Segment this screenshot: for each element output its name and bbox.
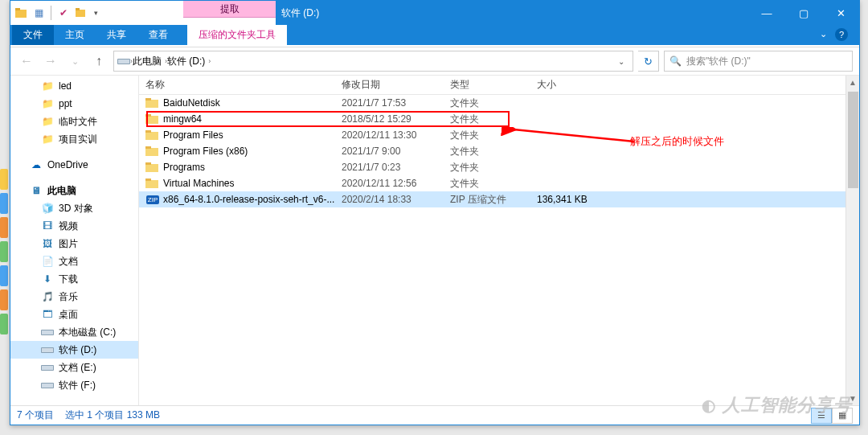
scroll-thumb[interactable] bbox=[848, 92, 858, 188]
folder-icon: 📁 bbox=[41, 133, 54, 146]
folder-icon bbox=[145, 145, 158, 158]
watermark: ◐ 人工智能分享号 bbox=[702, 393, 852, 417]
window-title: 软件 (D:) bbox=[281, 1, 319, 25]
tree-item[interactable]: 软件 (F:) bbox=[10, 376, 138, 394]
qat-newfolder-icon[interactable] bbox=[74, 6, 88, 20]
svg-rect-17 bbox=[145, 114, 151, 117]
col-type[interactable]: 类型 bbox=[444, 76, 530, 94]
nav-back-button[interactable]: ← bbox=[17, 51, 36, 71]
minimize-button[interactable]: — bbox=[748, 1, 785, 25]
svg-rect-3 bbox=[76, 8, 80, 10]
images-icon: 🖼 bbox=[41, 237, 54, 250]
address-dropdown-icon[interactable]: ⌄ bbox=[613, 57, 629, 66]
ribbon-collapse-icon[interactable]: ⌄ bbox=[820, 29, 827, 39]
folder-icon bbox=[145, 177, 158, 190]
tree-item[interactable]: 软件 (D:) bbox=[10, 341, 138, 359]
svg-rect-25 bbox=[145, 179, 151, 181]
search-input[interactable]: 🔍 搜索"软件 (D:)" bbox=[664, 51, 853, 72]
breadcrumb-bar[interactable]: › 此电脑› 软件 (D:)› ⌄ bbox=[113, 51, 633, 72]
col-name[interactable]: 名称 bbox=[139, 76, 335, 94]
maximize-button[interactable]: ▢ bbox=[785, 1, 822, 25]
wechat-icon: ◐ bbox=[702, 396, 716, 415]
column-headers[interactable]: 名称 修改日期 类型 大小 bbox=[139, 76, 845, 95]
onedrive-icon: ☁ bbox=[30, 158, 43, 171]
svg-rect-16 bbox=[145, 116, 158, 124]
contextual-tab-extract[interactable]: 提取 bbox=[183, 1, 276, 18]
file-row[interactable]: Program Files (x86)2021/1/7 9:00文件夹 bbox=[139, 143, 845, 159]
nav-tree[interactable]: 📁led 📁ppt 📁临时文件 📁项目实训 ☁OneDrive 🖥此电脑 🧊3D… bbox=[10, 76, 139, 405]
zip-icon: ZIP bbox=[145, 193, 158, 206]
drive-icon bbox=[41, 361, 54, 374]
svg-rect-15 bbox=[145, 98, 151, 101]
status-count: 7 个项目 bbox=[17, 408, 54, 422]
quick-access-toolbar: ▦ ✔ ▾ bbox=[10, 1, 100, 25]
svg-rect-5 bbox=[118, 60, 129, 64]
folder-icon bbox=[145, 161, 158, 174]
qat-checked-icon[interactable]: ✔ bbox=[56, 6, 71, 20]
search-placeholder: 搜索"软件 (D:)" bbox=[686, 55, 751, 68]
search-icon: 🔍 bbox=[669, 55, 682, 67]
3d-icon: 🧊 bbox=[41, 202, 54, 215]
svg-rect-14 bbox=[145, 100, 158, 108]
ribbon-tab-compressed-tools[interactable]: 压缩的文件夹工具 bbox=[187, 25, 287, 45]
file-row[interactable]: Programs2021/1/7 0:23文件夹 bbox=[139, 159, 845, 175]
ribbon-tab-share[interactable]: 共享 bbox=[96, 25, 137, 45]
crumb-pc[interactable]: 此电脑 bbox=[133, 55, 162, 68]
nav-up-button[interactable]: ↑ bbox=[89, 51, 108, 71]
qat-properties-icon[interactable]: ▦ bbox=[31, 6, 46, 20]
folder-icon bbox=[145, 96, 158, 109]
explorer-window: ▦ ✔ ▾ 提取 软件 (D:) — ▢ ✕ 文件 主页 共享 查看 压缩的文件… bbox=[10, 0, 860, 425]
tree-quick-ppt[interactable]: 📁ppt bbox=[10, 95, 138, 113]
svg-rect-20 bbox=[145, 148, 158, 156]
help-icon[interactable]: ? bbox=[835, 28, 848, 41]
ribbon-tab-view[interactable]: 查看 bbox=[137, 25, 179, 45]
refresh-button[interactable]: ↻ bbox=[638, 51, 659, 72]
svg-rect-11 bbox=[42, 366, 53, 370]
svg-rect-19 bbox=[145, 130, 151, 133]
ribbon-tab-home[interactable]: 主页 bbox=[54, 25, 96, 45]
tree-item[interactable]: 🗔桌面 bbox=[10, 306, 138, 323]
crumb-drive[interactable]: 软件 (D:) bbox=[167, 55, 205, 68]
drive-icon bbox=[117, 55, 130, 68]
music-icon: 🎵 bbox=[41, 290, 54, 303]
tree-quick-led[interactable]: 📁led bbox=[10, 77, 138, 95]
svg-rect-21 bbox=[145, 146, 151, 149]
file-row[interactable]: ZIPx86_64-8.1.0-release-posix-seh-rt_v6-… bbox=[139, 191, 845, 207]
ribbon-file-tab[interactable]: 文件 bbox=[12, 25, 54, 45]
file-row[interactable]: Program Files2020/12/11 13:30文件夹 bbox=[139, 127, 845, 143]
drive-icon bbox=[41, 379, 54, 392]
qat-customize-dropdown[interactable]: ▾ bbox=[92, 7, 100, 18]
nav-history-dropdown[interactable]: ⌄ bbox=[65, 51, 84, 71]
this-pc-icon: 🖥 bbox=[30, 184, 43, 197]
tree-item[interactable]: 文档 (E:) bbox=[10, 359, 138, 376]
drive-icon bbox=[41, 343, 54, 356]
tree-item[interactable]: 🎞视频 bbox=[10, 217, 138, 235]
tree-item[interactable]: 🧊3D 对象 bbox=[10, 199, 138, 217]
tree-item[interactable]: 🎵音乐 bbox=[10, 288, 138, 306]
vertical-scrollbar[interactable]: ▲ ▼ bbox=[845, 76, 859, 405]
close-button[interactable]: ✕ bbox=[822, 1, 859, 25]
tree-item[interactable]: ⬇下载 bbox=[10, 270, 138, 288]
tree-item[interactable]: 🖼图片 bbox=[10, 235, 138, 252]
svg-rect-9 bbox=[42, 348, 53, 352]
tree-quick-proj[interactable]: 📁项目实训 bbox=[10, 130, 138, 148]
tree-onedrive[interactable]: ☁OneDrive bbox=[10, 156, 138, 174]
folder-icon bbox=[145, 129, 158, 142]
file-row[interactable]: BaiduNetdisk2021/1/7 17:53文件夹 bbox=[139, 95, 845, 111]
tree-item[interactable]: 本地磁盘 (C:) bbox=[10, 323, 138, 341]
svg-rect-2 bbox=[76, 10, 85, 17]
svg-rect-1 bbox=[15, 8, 20, 10]
dl-icon: ⬇ bbox=[41, 273, 54, 285]
col-size[interactable]: 大小 bbox=[530, 76, 603, 94]
file-row[interactable]: mingw642018/5/12 15:29文件夹 bbox=[139, 111, 845, 127]
scroll-up-icon[interactable]: ▲ bbox=[846, 76, 859, 89]
file-list: 名称 修改日期 类型 大小 BaiduNetdisk2021/1/7 17:53… bbox=[139, 76, 845, 405]
folder-icon: 📁 bbox=[41, 80, 54, 92]
video-icon: 🎞 bbox=[41, 220, 54, 232]
file-row[interactable]: Virtual Machines2020/12/11 12:56文件夹 bbox=[139, 175, 845, 191]
tree-quick-temp[interactable]: 📁临时文件 bbox=[10, 113, 138, 130]
tree-item[interactable]: 📄文档 bbox=[10, 252, 138, 270]
drive-icon bbox=[41, 326, 54, 339]
col-date[interactable]: 修改日期 bbox=[335, 76, 444, 94]
tree-this-pc[interactable]: 🖥此电脑 bbox=[10, 182, 138, 199]
